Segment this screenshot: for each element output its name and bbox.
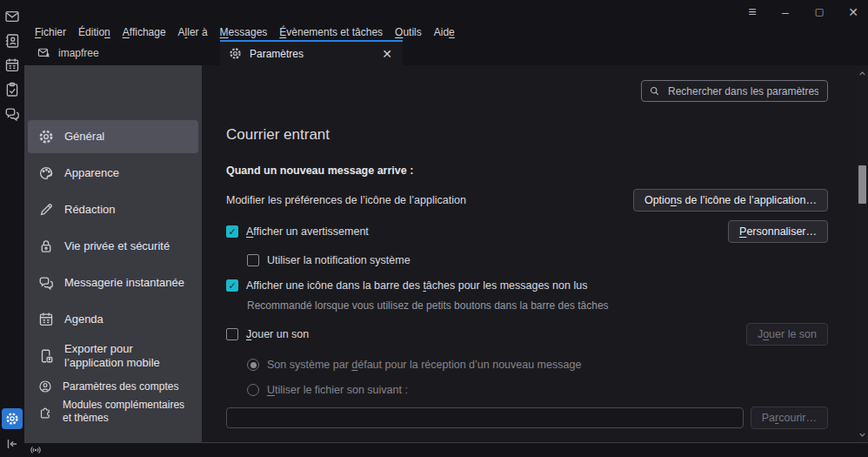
default-sound-label: Son système par défaut pour la réception… — [267, 359, 581, 371]
sound-file-input[interactable] — [226, 407, 744, 428]
settings-content: Courrier entrant Quand un nouveau messag… — [202, 65, 857, 442]
menu-outils[interactable]: Outils — [389, 25, 428, 39]
app-menu-button[interactable]: ≡ — [739, 0, 765, 24]
menubar: Fichier Édition Affichage Aller à Messag… — [24, 24, 868, 40]
address-book-space-icon[interactable] — [4, 33, 20, 49]
tab-bar: imapfree Paramètres ✕ — [24, 40, 868, 65]
minimize-button[interactable]: – — [772, 0, 798, 24]
sidebar-item-vie-privee[interactable]: Vie privée et sécurité — [28, 230, 198, 263]
tab-label: Paramètres — [250, 48, 304, 60]
chat-space-icon[interactable] — [4, 106, 20, 122]
scroll-up-icon[interactable] — [858, 69, 867, 78]
gear-icon — [38, 129, 54, 144]
mail-account-icon — [37, 46, 50, 59]
scrollbar-thumb[interactable] — [858, 165, 866, 204]
menu-fichier[interactable]: Fichier — [29, 25, 72, 39]
sidebar-item-parametres-comptes[interactable]: Paramètres des comptes — [28, 376, 198, 397]
system-notification-label: Utiliser la notification système — [267, 254, 411, 266]
gear-icon — [5, 412, 19, 426]
scroll-down-icon[interactable] — [858, 430, 867, 440]
taskbar-hint-text: Recommandé lorsque vous utilisez de peti… — [247, 299, 828, 312]
settings-sidebar: Général Apparence Rédaction Vie privée e… — [24, 65, 202, 442]
broadcast-icon[interactable] — [30, 444, 42, 456]
play-sound-checkbox[interactable] — [226, 328, 238, 340]
taskbar-icon-checkbox[interactable] — [226, 279, 238, 292]
customize-button[interactable]: Personnaliser… — [728, 220, 828, 243]
collapse-spaces-icon[interactable] — [4, 436, 20, 452]
sidebar-item-exporter-mobile[interactable]: Exporter pour l’application mobile — [28, 339, 198, 373]
close-tab-icon[interactable]: ✕ — [380, 47, 394, 61]
search-input[interactable] — [666, 84, 820, 98]
app-icon-pref-label: Modifier les préférences de l’icône de l… — [226, 194, 466, 206]
search-icon — [649, 85, 660, 97]
account-icon — [38, 380, 52, 393]
calendar-icon — [38, 312, 54, 327]
status-bar — [24, 442, 868, 457]
mail-space-icon[interactable] — [4, 9, 20, 24]
sidebar-item-messagerie[interactable]: Messagerie instantanée — [28, 266, 198, 299]
menu-aller-a[interactable]: Aller à — [172, 25, 214, 39]
section-heading: Quand un nouveau message arrive : — [226, 165, 828, 177]
tasks-space-icon[interactable] — [4, 82, 20, 97]
settings-search-box[interactable] — [641, 80, 828, 102]
browse-button[interactable]: Parcourir… — [751, 407, 828, 429]
vertical-scrollbar[interactable] — [857, 65, 868, 442]
default-sound-radio[interactable] — [247, 359, 259, 371]
custom-sound-radio[interactable] — [247, 384, 259, 396]
calendar-space-icon[interactable] — [4, 57, 20, 73]
custom-sound-label: Utiliser le fichier son suivant : — [267, 384, 408, 396]
menu-aide[interactable]: Aide — [428, 25, 461, 39]
menu-messages[interactable]: Messages — [214, 25, 274, 39]
tab-imapfree[interactable]: imapfree — [29, 40, 203, 65]
spaces-toolbar — [0, 0, 24, 457]
menu-affichage[interactable]: Affichage — [117, 25, 172, 39]
show-alert-checkbox[interactable] — [226, 225, 238, 238]
titlebar: ≡ – ▢ ✕ — [24, 0, 868, 24]
sidebar-item-general[interactable]: Général — [28, 120, 198, 153]
phone-export-icon — [38, 348, 54, 364]
gear-icon — [229, 47, 242, 60]
sidebar-item-apparence[interactable]: Apparence — [28, 157, 198, 190]
pencil-icon — [38, 202, 54, 218]
settings-space-button[interactable] — [2, 408, 23, 429]
sidebar-item-modules[interactable]: Modules complémentaires et thèmes — [28, 399, 198, 425]
taskbar-icon-label: Afficher une icône dans la barre des tâc… — [246, 279, 587, 292]
close-window-button[interactable]: ✕ — [840, 0, 866, 24]
tab-parametres[interactable]: Paramètres ✕ — [220, 40, 403, 65]
menu-evenements[interactable]: Évènements et tâches — [273, 25, 389, 39]
menu-edition[interactable]: Édition — [72, 25, 117, 39]
show-alert-label: Afficher un avertissement — [246, 225, 369, 238]
palette-icon — [38, 165, 54, 181]
puzzle-icon — [38, 405, 52, 419]
play-sound-button[interactable]: Jouer le son — [746, 323, 828, 346]
system-notification-checkbox[interactable] — [247, 254, 259, 266]
play-sound-label: Jouer un son — [246, 328, 309, 340]
page-title: Courrier entrant — [226, 126, 828, 144]
sidebar-item-agenda[interactable]: Agenda — [28, 303, 198, 336]
app-icon-options-button[interactable]: Options de l’icône de l’application… — [633, 189, 828, 212]
sidebar-item-redaction[interactable]: Rédaction — [28, 193, 198, 226]
tab-label: imapfree — [58, 47, 99, 59]
maximize-button[interactable]: ▢ — [806, 0, 832, 24]
chat-icon — [38, 275, 54, 291]
lock-icon — [38, 239, 54, 254]
